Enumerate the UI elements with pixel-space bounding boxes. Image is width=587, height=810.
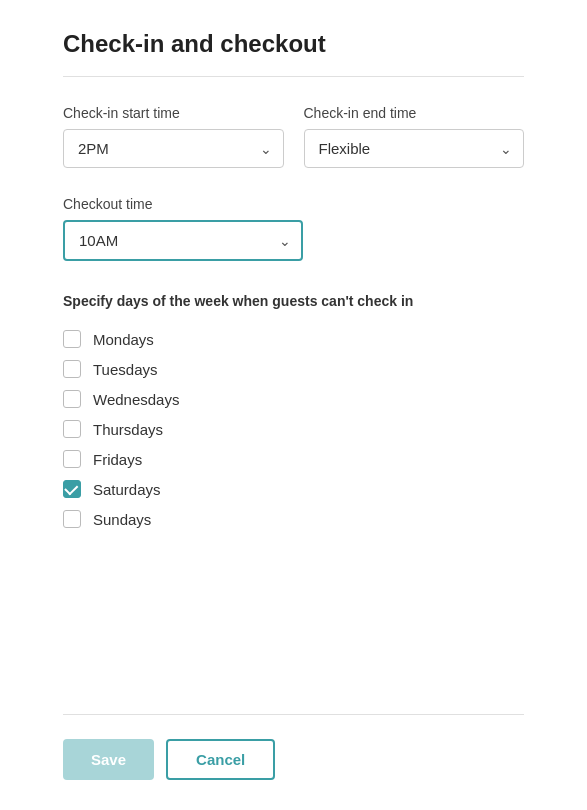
checkbox-fridays[interactable] xyxy=(63,450,81,468)
checkout-select[interactable]: 8AM 9AM 10AM 11AM 12PM Flexible xyxy=(63,220,303,261)
checkbox-mondays[interactable] xyxy=(63,330,81,348)
checkbox-item-mondays[interactable]: Mondays xyxy=(63,325,524,353)
checkout-wrapper: 8AM 9AM 10AM 11AM 12PM Flexible ⌄ xyxy=(63,220,303,261)
checkin-end-group: Check-in end time 8PM 9PM 10PM 11PM 12AM… xyxy=(304,105,525,168)
checkin-start-group: Check-in start time 12PM 1PM 2PM 3PM 4PM… xyxy=(63,105,284,168)
checkbox-item-sundays[interactable]: Sundays xyxy=(63,505,524,533)
checkout-group: Checkout time 8AM 9AM 10AM 11AM 12PM Fle… xyxy=(63,196,524,261)
checkbox-thursdays[interactable] xyxy=(63,420,81,438)
label-saturdays: Saturdays xyxy=(93,481,161,498)
checkbox-wednesdays[interactable] xyxy=(63,390,81,408)
cancel-button[interactable]: Cancel xyxy=(166,739,275,780)
checkin-start-select[interactable]: 12PM 1PM 2PM 3PM 4PM 5PM 6PM Flexible xyxy=(63,129,284,168)
label-wednesdays: Wednesdays xyxy=(93,391,179,408)
label-sundays: Sundays xyxy=(93,511,151,528)
top-divider xyxy=(63,76,524,77)
save-button[interactable]: Save xyxy=(63,739,154,780)
checkout-label: Checkout time xyxy=(63,196,524,212)
label-tuesdays: Tuesdays xyxy=(93,361,157,378)
checkbox-sundays[interactable] xyxy=(63,510,81,528)
label-mondays: Mondays xyxy=(93,331,154,348)
page-container: Check-in and checkout Check-in start tim… xyxy=(0,0,587,810)
days-checkbox-list: Mondays Tuesdays Wednesdays Thursdays Fr… xyxy=(63,325,524,533)
checkbox-item-fridays[interactable]: Fridays xyxy=(63,445,524,473)
checkbox-tuesdays[interactable] xyxy=(63,360,81,378)
checkbox-item-thursdays[interactable]: Thursdays xyxy=(63,415,524,443)
checkbox-item-tuesdays[interactable]: Tuesdays xyxy=(63,355,524,383)
checkbox-item-wednesdays[interactable]: Wednesdays xyxy=(63,385,524,413)
checkbox-item-saturdays[interactable]: Saturdays xyxy=(63,475,524,503)
checkbox-saturdays[interactable] xyxy=(63,480,81,498)
days-section: Specify days of the week when guests can… xyxy=(63,293,524,690)
page-title: Check-in and checkout xyxy=(63,30,524,58)
bottom-divider xyxy=(63,714,524,715)
checkin-start-wrapper: 12PM 1PM 2PM 3PM 4PM 5PM 6PM Flexible ⌄ xyxy=(63,129,284,168)
checkin-end-wrapper: 8PM 9PM 10PM 11PM 12AM Flexible ⌄ xyxy=(304,129,525,168)
checkin-start-label: Check-in start time xyxy=(63,105,284,121)
days-section-label: Specify days of the week when guests can… xyxy=(63,293,524,309)
checkin-end-label: Check-in end time xyxy=(304,105,525,121)
label-thursdays: Thursdays xyxy=(93,421,163,438)
checkout-section: Checkout time 8AM 9AM 10AM 11AM 12PM Fle… xyxy=(63,196,524,261)
footer-buttons: Save Cancel xyxy=(63,739,524,780)
label-fridays: Fridays xyxy=(93,451,142,468)
checkin-row: Check-in start time 12PM 1PM 2PM 3PM 4PM… xyxy=(63,105,524,168)
checkin-end-select[interactable]: 8PM 9PM 10PM 11PM 12AM Flexible xyxy=(304,129,525,168)
